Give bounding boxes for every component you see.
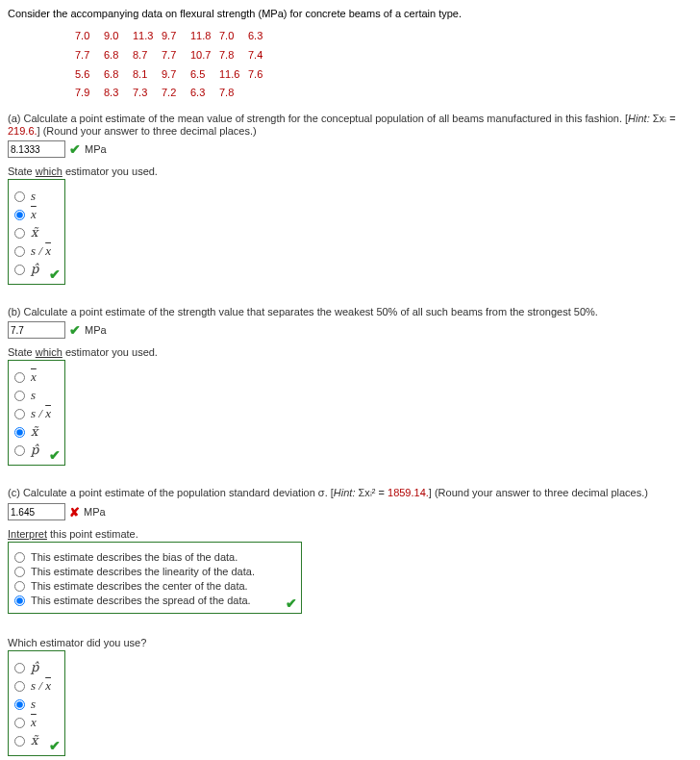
radio-input[interactable] [14,391,25,401]
part-c-interpret-label: Interpret this point estimate. [8,528,692,540]
radio-option[interactable]: x̃ [14,225,51,241]
radio-input[interactable] [14,210,25,220]
part-a-text: (a) Calculate a point estimate of the me… [8,113,692,137]
radio-option[interactable]: x [14,369,51,385]
part-b-text: (b) Calculate a point estimate of the st… [8,306,692,317]
part-c-interpret-box: This estimate describes the bias of the … [8,542,302,614]
option-label: x̃ [31,733,38,748]
radio-option[interactable]: p̂ [14,660,51,675]
intro-text: Consider the accompanying data on flexur… [8,8,692,19]
radio-option[interactable]: s / x [14,406,51,421]
radio-option[interactable]: s / x [14,678,51,694]
check-icon: ✔ [69,322,81,338]
option-label: x [31,715,37,730]
unit-label: MPa [85,143,107,155]
radio-option[interactable]: This estimate describes the center of th… [14,580,274,592]
radio-option[interactable]: This estimate describes the linearity of… [14,566,274,577]
part-c-answer-input[interactable] [8,503,65,520]
radio-input[interactable] [14,372,25,383]
option-label: p̂ [31,262,38,277]
radio-option[interactable]: s [14,697,51,712]
option-label: x̃ [31,424,38,440]
radio-option[interactable]: This estimate describes the spread of th… [14,595,274,606]
radio-input[interactable] [14,552,25,563]
option-label: This estimate describes the center of th… [31,580,248,592]
unit-label: MPa [84,506,106,518]
check-icon: ✔ [286,595,297,611]
check-icon: ✔ [49,738,61,753]
radio-input[interactable] [14,681,25,692]
option-label: p̂ [31,443,38,458]
radio-option[interactable]: x [14,715,51,730]
radio-input[interactable] [14,663,25,673]
option-label: s [31,388,36,403]
part-a-state-label: State which estimator you used. [8,165,692,177]
option-label: s / x [31,243,51,259]
radio-input[interactable] [14,581,25,592]
check-icon: ✔ [69,141,81,157]
radio-input[interactable] [14,228,25,239]
check-icon: ✔ [49,266,61,282]
radio-option[interactable]: x [14,207,51,222]
radio-option[interactable]: s / x [14,243,51,259]
radio-input[interactable] [14,427,25,438]
option-label: s [31,697,36,712]
radio-option[interactable]: p̂ [14,443,51,458]
part-c-which-box: p̂s / xsxx̃✔ [8,650,65,756]
part-c-which-label: Which estimator did you use? [8,637,692,648]
part-a-answer-input[interactable] [8,140,65,158]
option-label: s [31,189,36,204]
part-a-estimator-box: sxx̃s / xp̂✔ [8,179,65,285]
option-label: This estimate describes the spread of th… [31,595,251,606]
option-label: x [31,369,37,385]
unit-label: MPa [85,324,107,336]
data-values: 7.09.011.39.711.87.06.37.76.88.77.710.77… [75,27,692,103]
option-label: This estimate describes the linearity of… [31,566,255,577]
radio-input[interactable] [14,736,25,747]
radio-input[interactable] [14,567,25,577]
radio-option[interactable]: x̃ [14,424,51,440]
radio-option[interactable]: This estimate describes the bias of the … [14,551,274,563]
radio-input[interactable] [14,445,25,456]
check-icon: ✔ [49,447,61,463]
option-label: x [31,207,37,222]
radio-input[interactable] [14,718,25,728]
part-b-state-label: State which estimator you used. [8,346,692,358]
option-label: p̂ [31,660,38,675]
cross-icon: ✘ [69,505,80,519]
radio-input[interactable] [14,409,25,419]
radio-input[interactable] [14,265,25,275]
radio-input[interactable] [14,595,25,606]
option-label: s / x [31,406,51,421]
radio-input[interactable] [14,699,25,710]
part-b-answer-input[interactable] [8,321,65,339]
radio-option[interactable]: s [14,189,51,204]
radio-input[interactable] [14,191,25,202]
option-label: This estimate describes the bias of the … [31,551,238,563]
part-b-estimator-box: xss / xx̃p̂✔ [8,360,65,466]
option-label: s / x [31,678,51,694]
radio-option[interactable]: p̂ [14,262,51,277]
option-label: x̃ [31,225,38,241]
radio-option[interactable]: s [14,388,51,403]
part-c-text: (c) Calculate a point estimate of the po… [8,487,692,499]
radio-input[interactable] [14,246,25,257]
radio-option[interactable]: x̃ [14,733,51,748]
